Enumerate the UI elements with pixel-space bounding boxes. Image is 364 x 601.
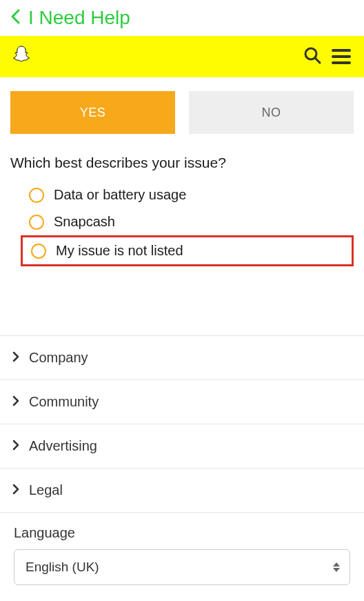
option-label: Snapcash <box>54 214 115 230</box>
footer: Company Community Advertising Legal Lang… <box>0 335 364 601</box>
option-data-battery[interactable]: Data or battery usage <box>21 181 354 208</box>
option-label: My issue is not listed <box>56 243 183 259</box>
sort-arrows-icon <box>333 562 340 572</box>
chevron-right-icon <box>12 394 19 410</box>
footer-link-community[interactable]: Community <box>0 380 364 424</box>
footer-link-advertising[interactable]: Advertising <box>0 424 364 469</box>
language-label: Language <box>14 525 350 541</box>
yes-button[interactable]: YES <box>10 91 175 134</box>
chevron-right-icon <box>12 350 19 366</box>
option-snapcash[interactable]: Snapcash <box>21 208 354 235</box>
radio-icon <box>29 188 44 203</box>
page-title: I Need Help <box>28 7 130 29</box>
no-button[interactable]: NO <box>189 91 354 134</box>
language-section: Language English (UK) <box>0 513 364 601</box>
footer-link-label: Legal <box>29 482 63 498</box>
option-label: Data or battery usage <box>54 187 186 203</box>
hamburger-menu-icon[interactable] <box>329 46 354 67</box>
question-text: Which best describes your issue? <box>0 144 364 181</box>
footer-link-label: Company <box>29 350 88 366</box>
yes-no-row: YES NO <box>0 81 364 144</box>
footer-link-label: Community <box>29 394 99 410</box>
language-value: English (UK) <box>26 560 99 575</box>
svg-line-1 <box>315 58 320 63</box>
radio-icon <box>29 215 44 230</box>
top-bar: I Need Help <box>0 0 364 36</box>
issue-options: Data or battery usage Snapcash My issue … <box>0 181 364 294</box>
search-icon[interactable] <box>303 46 322 68</box>
option-not-listed[interactable]: My issue is not listed <box>21 235 354 266</box>
app-header <box>0 36 364 77</box>
snapchat-logo-icon[interactable] <box>10 44 32 69</box>
chevron-right-icon <box>12 438 19 454</box>
language-select[interactable]: English (UK) <box>14 549 350 585</box>
radio-icon <box>31 244 46 259</box>
chevron-right-icon <box>12 482 19 498</box>
footer-link-company[interactable]: Company <box>0 336 364 380</box>
back-icon[interactable] <box>10 9 20 27</box>
footer-link-legal[interactable]: Legal <box>0 469 364 513</box>
footer-link-label: Advertising <box>29 438 97 454</box>
